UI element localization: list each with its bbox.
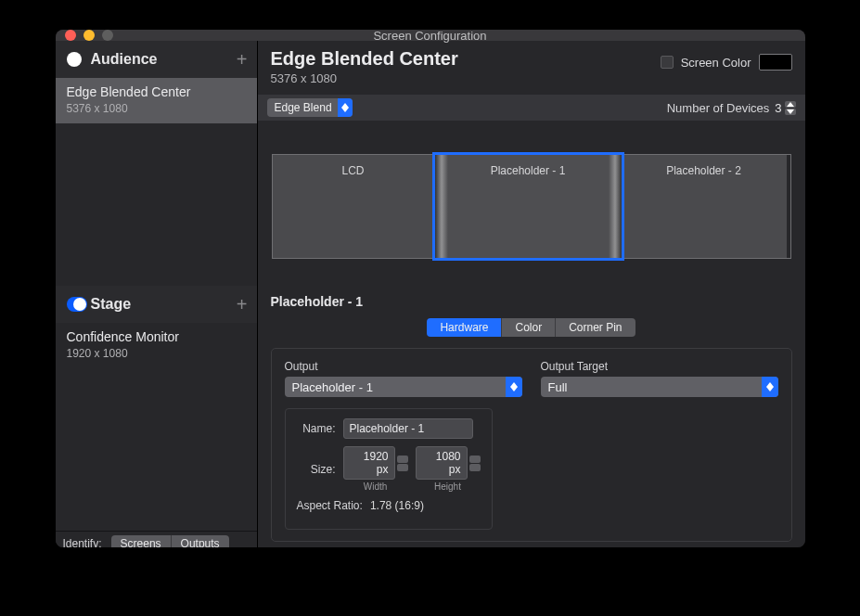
audience-enabled-icon[interactable] xyxy=(67,52,82,67)
close-icon[interactable] xyxy=(65,30,76,41)
window-title: Screen Configuration xyxy=(56,30,805,43)
height-label: Height xyxy=(434,481,461,492)
detail-panel: Placeholder - 1 Hardware Color Corner Pi… xyxy=(258,285,805,547)
stage-label: Stage xyxy=(91,296,237,313)
screen-color-well[interactable] xyxy=(759,54,792,71)
svg-marker-3 xyxy=(787,109,794,114)
output-target-value: Full xyxy=(548,380,568,394)
device-label: Placeholder - 2 xyxy=(666,164,741,258)
output-device-placeholder-2[interactable]: Placeholder - 2 xyxy=(622,155,787,258)
output-device-placeholder-1[interactable]: Placeholder - 1 xyxy=(432,152,624,261)
zoom-icon[interactable] xyxy=(102,30,113,41)
identify-label: Identify: xyxy=(63,537,102,548)
screen-config-window: Screen Configuration Audience + Edge Ble… xyxy=(56,30,805,547)
height-stepper[interactable] xyxy=(469,456,481,471)
width-label: Width xyxy=(364,481,388,492)
sidebar-item-edge-blended[interactable]: Edge Blended Center 5376 x 1080 xyxy=(56,78,257,123)
screen-resolution: 5376 x 1080 xyxy=(271,71,458,85)
device-label: Placeholder - 1 xyxy=(491,164,566,258)
output-properties: Name: Placeholder - 1 Size: 1920 px xyxy=(285,408,493,530)
blend-right-icon xyxy=(609,155,622,258)
devices-count: 3 xyxy=(775,101,781,115)
svg-marker-1 xyxy=(341,108,349,112)
sidebar-item-dim: 1920 x 1080 xyxy=(67,346,246,361)
devices-stepper[interactable]: 3 xyxy=(775,101,795,115)
identify-bar: Identify: Screens Outputs xyxy=(56,531,257,547)
screen-color-label: Screen Color xyxy=(681,56,751,70)
output-select[interactable]: Placeholder - 1 xyxy=(285,377,522,397)
stepper-down-icon[interactable] xyxy=(785,109,796,115)
blend-left-icon xyxy=(435,155,448,258)
screen-layout-canvas: LCD Placeholder - 1 Placeholder - 2 xyxy=(258,121,805,285)
sidebar-item-name: Edge Blended Center xyxy=(67,83,246,101)
output-target-select[interactable]: Full xyxy=(541,377,778,397)
height-field[interactable]: 1080 px xyxy=(416,446,468,480)
detail-title: Placeholder - 1 xyxy=(271,294,792,309)
stage-section-header: Stage + xyxy=(56,286,257,323)
tab-color[interactable]: Color xyxy=(502,318,556,337)
sidebar-item-dim: 5376 x 1080 xyxy=(67,101,246,116)
stepper-up-icon[interactable] xyxy=(785,101,796,108)
name-field[interactable]: Placeholder - 1 xyxy=(343,418,473,439)
width-field[interactable]: 1920 px xyxy=(343,446,395,480)
svg-marker-7 xyxy=(766,387,774,391)
minimize-icon[interactable] xyxy=(83,30,95,41)
devices-label: Number of Devices xyxy=(667,101,770,115)
hardware-panel: Output Placeholder - 1 Name: Placeh xyxy=(271,348,792,542)
tab-hardware[interactable]: Hardware xyxy=(427,318,502,337)
sidebar: Audience + Edge Blended Center 5376 x 10… xyxy=(56,41,258,547)
chevron-updown-icon xyxy=(338,98,353,117)
main-header: Edge Blended Center 5376 x 1080 Screen C… xyxy=(258,41,805,95)
name-label: Name: xyxy=(297,422,336,435)
output-value: Placeholder - 1 xyxy=(292,380,373,394)
mode-select[interactable]: Edge Blend xyxy=(267,98,353,117)
chevron-updown-icon xyxy=(506,377,522,397)
screen-title: Edge Blended Center xyxy=(271,48,458,70)
audience-section-header: Audience + xyxy=(56,41,257,78)
svg-marker-5 xyxy=(510,387,518,391)
add-audience-button[interactable]: + xyxy=(237,49,248,71)
tab-corner-pin[interactable]: Corner Pin xyxy=(556,318,635,337)
sidebar-item-confidence[interactable]: Confidence Monitor 1920 x 1080 xyxy=(56,323,257,368)
sidebar-item-name: Confidence Monitor xyxy=(67,328,246,346)
size-label: Size: xyxy=(297,463,336,476)
aspect-label: Aspect Ratio: xyxy=(297,499,363,512)
chevron-updown-icon xyxy=(762,377,778,397)
identify-screens-button[interactable]: Screens xyxy=(111,535,172,548)
device-label: LCD xyxy=(341,164,364,258)
svg-marker-2 xyxy=(787,102,794,107)
output-device-lcd[interactable]: LCD xyxy=(273,155,435,258)
add-stage-button[interactable]: + xyxy=(237,294,248,315)
identify-outputs-button[interactable]: Outputs xyxy=(172,535,229,548)
mode-toolbar: Edge Blend Number of Devices 3 xyxy=(258,95,805,121)
output-label: Output xyxy=(285,360,522,373)
mode-value: Edge Blend xyxy=(275,101,332,114)
titlebar: Screen Configuration xyxy=(56,30,805,41)
screen-color-checkbox[interactable] xyxy=(661,56,674,69)
main-panel: Edge Blended Center 5376 x 1080 Screen C… xyxy=(258,41,805,547)
window-controls xyxy=(65,30,113,41)
stage-toggle[interactable] xyxy=(67,297,87,312)
aspect-value: 1.78 (16:9) xyxy=(370,499,424,512)
width-stepper[interactable] xyxy=(397,456,408,471)
output-target-label: Output Target xyxy=(541,360,778,373)
audience-label: Audience xyxy=(91,51,237,68)
